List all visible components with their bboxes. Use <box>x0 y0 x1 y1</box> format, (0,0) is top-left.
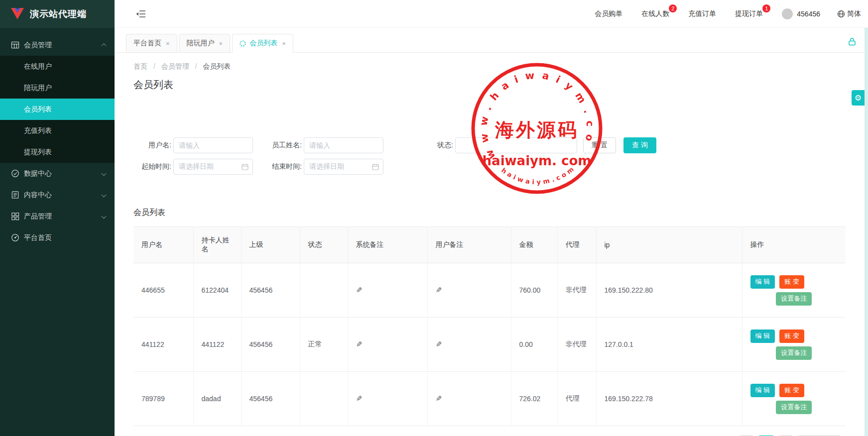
close-icon[interactable]: × <box>219 40 223 47</box>
breadcrumb-current: 会员列表 <box>203 62 231 70</box>
sidebar-item-online-users[interactable]: 在线用户 <box>0 56 115 77</box>
edit-user-remark-icon[interactable]: ✎ <box>436 286 442 295</box>
page-content: 首页 / 会员管理 / 会员列表 会员列表 用户名: 员工姓名: 状态: 重 置… <box>115 53 868 436</box>
status-select[interactable] <box>455 137 577 153</box>
tab-companion-users[interactable]: 陪玩用户 × <box>179 34 231 53</box>
table-header-row: 用户名 持卡人姓名 上级 状态 系统备注 用户备注 金额 代理 ip 操作 <box>133 227 846 263</box>
sidebar-item-data-center[interactable]: 数据中心 <box>0 163 115 184</box>
end-date-input[interactable]: 请选择日期 <box>304 159 383 175</box>
staff-name-input[interactable] <box>304 137 383 153</box>
col-amount: 金额 <box>511 227 557 263</box>
nav-withdraw-orders[interactable]: 提现订单 1 <box>735 9 763 18</box>
edit-button[interactable]: 编 辑 <box>750 275 775 289</box>
withdraw-orders-badge: 1 <box>762 4 770 12</box>
reset-button[interactable]: 重 置 <box>583 137 616 153</box>
set-remark-button[interactable]: 设置备注 <box>776 346 812 360</box>
col-username: 用户名 <box>133 227 193 263</box>
dashboard-icon <box>11 233 19 242</box>
chevron-down-icon <box>102 214 107 219</box>
appstore-icon <box>11 212 19 220</box>
edit-button[interactable]: 编 辑 <box>750 329 775 343</box>
tab-member-list[interactable]: 会员列表 × <box>232 34 293 53</box>
online-count-badge: 2 <box>669 4 677 12</box>
chevron-up-icon <box>102 43 107 48</box>
close-icon[interactable]: × <box>282 40 286 47</box>
balance-change-button[interactable]: 账 变 <box>779 384 804 397</box>
chevron-down-icon <box>102 193 107 198</box>
app-title: 演示站代理端 <box>30 8 87 20</box>
sidebar-item-companion-users[interactable]: 陪玩用户 <box>0 77 115 99</box>
table-row: 446655 6122404 456456 ✎ ✎ 760.00 非代理 169… <box>133 263 846 318</box>
col-superior: 上级 <box>241 227 300 263</box>
table-icon <box>11 41 19 49</box>
sidebar-item-platform-home[interactable]: 平台首页 <box>0 227 115 248</box>
topbar-right: 会员购单 在线人数 2 充值订单 提现订单 1 456456 简体 <box>576 8 861 19</box>
breadcrumb-member-management[interactable]: 会员管理 <box>161 62 189 70</box>
username-label: 用户名: <box>133 141 171 150</box>
username: 456456 <box>797 10 820 18</box>
start-date-input[interactable]: 请选择日期 <box>173 159 253 175</box>
table-row: 441122 441122 456456 正常 ✎ ✎ 0.00 非代理 127… <box>133 318 846 372</box>
nav-online-count[interactable]: 在线人数 2 <box>641 9 669 18</box>
document-icon <box>11 191 19 199</box>
sidebar-item-withdraw-list[interactable]: 提现列表 <box>0 141 115 163</box>
col-status: 状态 <box>300 227 348 263</box>
menu-fold-icon[interactable] <box>136 9 146 18</box>
edit-user-remark-icon[interactable]: ✎ <box>436 394 442 403</box>
tab-platform-home[interactable]: 平台首页 × <box>126 34 177 53</box>
breadcrumb-home[interactable]: 首页 <box>133 62 147 70</box>
col-actions: 操作 <box>742 227 846 263</box>
check-circle-icon <box>11 169 19 178</box>
sidebar-item-product-management[interactable]: 产品管理 <box>0 206 115 227</box>
calendar-icon <box>242 163 248 170</box>
close-icon[interactable]: × <box>166 40 170 47</box>
end-time-label: 结束时间: <box>257 162 302 171</box>
sidebar-item-recharge-list[interactable]: 充值列表 <box>0 120 115 141</box>
gear-icon: ⚙ <box>855 93 862 103</box>
globe-icon <box>837 10 845 18</box>
status-label: 状态: <box>385 141 453 150</box>
logo-area: 演示站代理端 <box>0 0 115 28</box>
sidebar-item-member-management[interactable]: 会员管理 <box>0 34 115 56</box>
nav-recharge-orders[interactable]: 充值订单 <box>688 9 716 18</box>
scrollbar-strip[interactable] <box>865 28 868 436</box>
set-remark-button[interactable]: 设置备注 <box>776 401 812 414</box>
language-switch[interactable]: 简体 <box>837 9 861 18</box>
section-title: 会员列表 <box>133 208 856 218</box>
sidebar-item-content-center[interactable]: 内容中心 <box>0 184 115 206</box>
sidebar-item-member-list[interactable]: 会员列表 <box>0 99 115 120</box>
page-title: 会员列表 <box>133 78 856 92</box>
sidebar-submenu: 在线用户 陪玩用户 会员列表 充值列表 提现列表 <box>0 56 115 163</box>
col-ip: ip <box>596 227 742 263</box>
chevron-down-icon <box>102 171 107 176</box>
balance-change-button[interactable]: 账 变 <box>779 275 804 289</box>
search-button[interactable]: 查 询 <box>623 137 656 153</box>
edit-system-remark-icon[interactable]: ✎ <box>356 394 363 403</box>
col-agent: 代理 <box>557 227 596 263</box>
refresh-icon[interactable] <box>240 40 246 47</box>
edit-system-remark-icon[interactable]: ✎ <box>356 286 363 295</box>
balance-change-button[interactable]: 账 变 <box>779 329 804 343</box>
logo-icon <box>11 8 24 20</box>
staff-name-label: 员工姓名: <box>257 141 302 150</box>
member-table: 用户名 持卡人姓名 上级 状态 系统备注 用户备注 金额 代理 ip 操作 44… <box>133 226 846 426</box>
username-input[interactable] <box>173 137 253 153</box>
nav-member-orders[interactable]: 会员购单 <box>595 9 622 18</box>
edit-user-remark-icon[interactable]: ✎ <box>436 340 442 349</box>
tab-bar: 平台首页 × 陪玩用户 × 会员列表 × <box>115 28 868 53</box>
sidebar: 演示站代理端 会员管理 在线用户 陪玩用户 会员列表 充值列表 提现列表 数据中… <box>0 0 115 436</box>
edit-button[interactable]: 编 辑 <box>750 384 775 397</box>
avatar <box>782 8 793 19</box>
set-remark-button[interactable]: 设置备注 <box>776 292 812 306</box>
filter-form: 用户名: 员工姓名: 状态: 重 置 查 询 起始时间: 请选择日期 结束时间: <box>133 137 856 175</box>
lock-icon[interactable] <box>848 37 856 46</box>
breadcrumb: 首页 / 会员管理 / 会员列表 <box>133 62 856 71</box>
sidebar-menu: 会员管理 在线用户 陪玩用户 会员列表 充值列表 提现列表 数据中心 内容中心 <box>0 28 115 248</box>
col-system-remark: 系统备注 <box>348 227 427 263</box>
edit-system-remark-icon[interactable]: ✎ <box>356 340 363 349</box>
settings-gear-button[interactable]: ⚙ <box>852 90 865 106</box>
start-time-label: 起始时间: <box>133 162 171 171</box>
main-area: 会员购单 在线人数 2 充值订单 提现订单 1 456456 简体 <box>115 0 868 436</box>
user-menu[interactable]: 456456 <box>782 8 820 19</box>
table-row: 789789 dadad 456456 ✎ ✎ 726.02 代理 169.15… <box>133 372 846 426</box>
